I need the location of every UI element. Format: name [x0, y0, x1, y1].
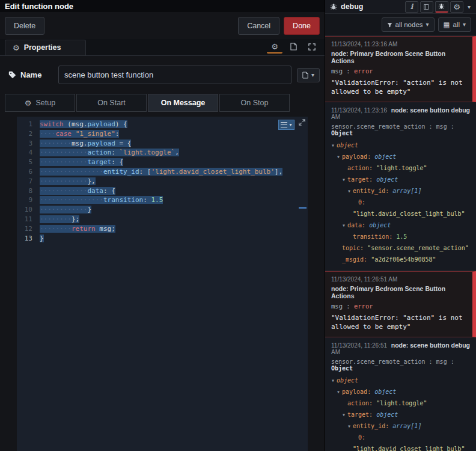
debug-title-text: debug: [341, 2, 364, 11]
debug-node-name[interactable]: node: scene button debug: [391, 342, 470, 349]
line-number: 7: [17, 177, 32, 186]
editor-outline-widget[interactable]: ▾: [278, 120, 294, 130]
debug-tree-row: ▾payload: object: [331, 386, 470, 397]
debug-tab-button[interactable]: [435, 1, 448, 13]
sidebar-menu-caret[interactable]: ▾: [465, 4, 473, 10]
function-tabs: ⚙SetupOn StartOn MessageOn Stop: [0, 88, 325, 112]
debug-node-name[interactable]: node: Primary Bedroom Scene Button Actio…: [331, 50, 469, 64]
filter-scope-dropdown[interactable]: ▦ all ▾: [438, 17, 471, 32]
minimap-marker: [299, 207, 307, 209]
properties-tabstrip: ⚙ Properties ⚙: [0, 39, 325, 56]
settings-tab-button[interactable]: ⚙: [450, 1, 463, 13]
tree-caret-icon[interactable]: ▾: [331, 140, 337, 151]
tree-caret-icon[interactable]: ▾: [347, 185, 353, 197]
selection-highlight: ············}: [40, 206, 91, 213]
code-editor[interactable]: 12345678910111213 switch (msg.payload) {…: [17, 117, 308, 451]
debug-message-object[interactable]: 11/13/2024, 11:26:51 AMnode: scene butto…: [325, 337, 476, 451]
tab-on-message[interactable]: On Message: [148, 94, 218, 112]
tab-on-stop[interactable]: On Stop: [219, 94, 290, 112]
code-line[interactable]: }: [40, 234, 308, 244]
tree-key: data:: [347, 222, 365, 229]
tree-caret-icon[interactable]: ▾: [331, 375, 337, 386]
code-line[interactable]: ············target: {: [40, 158, 308, 167]
code-line[interactable]: ············action: `light.toggle`,: [40, 148, 308, 158]
debug-tree-row: action: "light.toggle": [331, 162, 470, 174]
debug-message-error[interactable]: 11/13/2024, 11:23:16 AMnode: Primary Bed…: [325, 36, 476, 102]
tree-caret-icon[interactable]: ▾: [342, 409, 347, 420]
debug-node-name[interactable]: node: Primary Bedroom Scene Button Actio…: [331, 285, 469, 299]
cancel-button[interactable]: Cancel: [238, 17, 279, 35]
tree-caret-icon[interactable]: ▾: [342, 174, 347, 185]
code-token: ) {: [115, 120, 127, 128]
editor-fullscreen-button[interactable]: [304, 41, 320, 54]
code-token: msg: [72, 140, 84, 147]
code-token: 'light.david_closet_light_bulb': [151, 168, 274, 176]
filter-nodes-label: all nodes: [395, 21, 423, 28]
line-number: 9: [17, 195, 32, 205]
tree-value-str: "sensor.scene_remote_action": [367, 242, 469, 254]
code-line[interactable]: ················entity_id: ['light.david…: [40, 167, 308, 177]
editor-docs-button[interactable]: [285, 41, 301, 54]
debug-message-object[interactable]: 11/13/2024, 11:23:16 AMnode: scene butto…: [325, 102, 476, 271]
selection-highlight: ············},: [40, 177, 96, 185]
error-level-badge: error: [354, 302, 373, 310]
tree-caret-icon[interactable]: ▾: [347, 420, 353, 432]
code-line[interactable]: ········return msg;: [40, 224, 308, 234]
code-line[interactable]: ············}: [40, 205, 308, 215]
tree-value-type: object: [376, 411, 398, 418]
delete-button[interactable]: Delete: [5, 17, 44, 35]
tab-properties[interactable]: ⚙ Properties: [5, 40, 86, 55]
code-line[interactable]: ····case "1_single":: [40, 129, 308, 139]
tab-on-start[interactable]: On Start: [76, 94, 147, 112]
debug-tree-row: ▾entity_id: array[1]: [331, 185, 470, 197]
debug-node-name[interactable]: node: scene button debug: [391, 106, 470, 114]
selection-highlight: }: [40, 235, 44, 242]
tree-caret-icon[interactable]: ▾: [337, 151, 342, 162]
chevron-down-icon: ▾: [463, 22, 466, 28]
help-tab-button[interactable]: [420, 1, 433, 13]
code-line[interactable]: ············},: [40, 177, 308, 186]
code-line[interactable]: ········};: [40, 215, 308, 224]
tree-caret-icon[interactable]: ▾: [342, 219, 347, 231]
debug-title: debug: [330, 2, 405, 11]
tree-value-root: object: [337, 377, 358, 384]
editor-code[interactable]: switch (msg.payload) {····case "1_single…: [37, 117, 308, 451]
whitespace-dots: ············: [40, 177, 87, 185]
tree-key: topic:: [342, 245, 364, 251]
node-red-app: Edit function node Delete Cancel Done ⚙ …: [0, 0, 476, 451]
tree-key: 0:: [358, 434, 365, 441]
code-token: };: [72, 215, 79, 223]
info-tab-button[interactable]: i: [405, 1, 418, 13]
tree-caret-icon[interactable]: ▾: [337, 386, 342, 397]
tree-value-str: "light.toggle": [376, 397, 427, 409]
whitespace-dots: ········: [40, 225, 72, 233]
tab-label: On Stop: [241, 99, 269, 107]
code-token: .: [84, 120, 88, 128]
code-token: `light.toggle`: [119, 149, 175, 156]
edit-function-dialog: Edit function node Delete Cancel Done ⚙ …: [0, 0, 325, 451]
code-token: 1.5: [151, 196, 163, 204]
code-line[interactable]: ········msg.payload = {: [40, 139, 308, 149]
editor-expand-icon[interactable]: [299, 119, 305, 126]
done-button[interactable]: Done: [284, 17, 320, 35]
msg-topic-text: sensor.scene_remote_action : msg :: [331, 358, 454, 365]
debug-message-error[interactable]: 11/13/2024, 11:26:51 AMnode: Primary Bed…: [325, 271, 476, 337]
name-row: Name ▾: [0, 56, 325, 88]
name-aux-button[interactable]: ▾: [297, 68, 320, 82]
code-token: payload: [87, 140, 115, 147]
tab-setup[interactable]: ⚙Setup: [5, 94, 75, 112]
tab-properties-label: Properties: [24, 43, 61, 52]
filter-nodes-dropdown[interactable]: all nodes ▾: [382, 17, 435, 32]
debug-timestamp: 11/13/2024, 11:23:16 AM: [331, 107, 389, 120]
code-line[interactable]: ················transition: 1.5: [40, 195, 308, 205]
debug-message-header: 11/13/2024, 11:26:51 AMnode: scene butto…: [331, 342, 470, 355]
code-token: }: [87, 206, 91, 213]
code-line[interactable]: switch (msg.payload) {: [40, 120, 308, 129]
debug-timestamp: 11/13/2024, 11:26:51 AM: [331, 276, 469, 283]
tag-icon: [8, 71, 16, 79]
name-input[interactable]: [58, 66, 291, 84]
list-lines-icon: [281, 122, 287, 127]
name-label: Name: [8, 70, 53, 79]
code-line[interactable]: ············data: {: [40, 186, 308, 196]
editor-settings-button[interactable]: ⚙: [267, 41, 282, 54]
